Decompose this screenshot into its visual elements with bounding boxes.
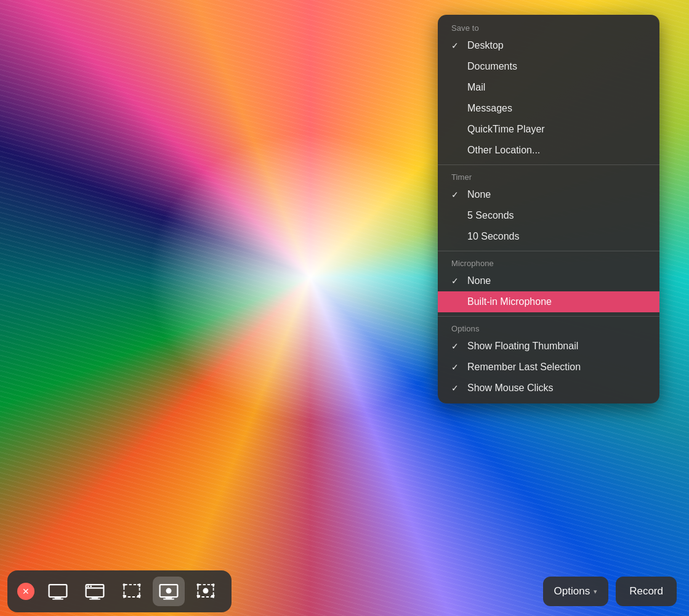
- other-label: Other Location...: [467, 145, 540, 156]
- save-to-desktop[interactable]: ✓ Desktop: [438, 35, 659, 56]
- save-to-mail[interactable]: Mail: [438, 77, 659, 98]
- floating-thumbnail-label: Show Floating Thumbnail: [467, 341, 578, 352]
- record-selection-icon: [195, 580, 217, 602]
- record-full-screen-icon: [158, 580, 180, 602]
- record-btn-label: Record: [629, 585, 663, 597]
- capture-full-screen-icon: [47, 580, 69, 602]
- option-show-mouse-clicks[interactable]: ✓ Show Mouse Clicks: [438, 378, 659, 399]
- options-section-label: Options: [438, 320, 659, 336]
- floating-thumbnail-check: ✓: [451, 341, 461, 351]
- mail-label: Mail: [467, 82, 485, 93]
- chevron-down-icon: ▾: [594, 588, 597, 596]
- record-full-screen-button[interactable]: [153, 577, 185, 606]
- mic-builtin-label: Built-in Microphone: [467, 296, 552, 307]
- microphone-section-label: Microphone: [438, 255, 659, 270]
- capture-window-button[interactable]: [79, 577, 111, 606]
- option-remember-selection[interactable]: ✓ Remember Last Selection: [438, 357, 659, 378]
- remember-selection-check: ✓: [451, 362, 461, 372]
- close-button[interactable]: ✕: [17, 583, 34, 600]
- save-to-messages[interactable]: Messages: [438, 98, 659, 119]
- desktop-check: ✓: [451, 41, 461, 51]
- mic-none-check: ✓: [451, 276, 461, 286]
- remember-selection-label: Remember Last Selection: [467, 362, 581, 373]
- timer-none[interactable]: ✓ None: [438, 184, 659, 205]
- options-button[interactable]: Options ▾: [543, 577, 609, 606]
- options-btn-label: Options: [554, 585, 590, 598]
- save-to-quicktime[interactable]: QuickTime Player: [438, 119, 659, 140]
- divider-3: [438, 316, 659, 317]
- svg-point-21: [166, 588, 172, 594]
- documents-label: Documents: [467, 61, 517, 72]
- quicktime-label: QuickTime Player: [467, 124, 545, 135]
- timer-5sec[interactable]: 5 Seconds: [438, 205, 659, 226]
- divider-2: [438, 251, 659, 251]
- timer-none-check: ✓: [451, 190, 461, 200]
- svg-point-5: [87, 586, 89, 588]
- capture-window-icon: [84, 580, 106, 602]
- svg-rect-20: [163, 599, 174, 600]
- svg-rect-1: [55, 597, 62, 599]
- svg-rect-19: [166, 597, 172, 599]
- svg-rect-2: [52, 599, 63, 600]
- mic-none[interactable]: ✓ None: [438, 270, 659, 291]
- svg-point-6: [90, 586, 92, 588]
- mic-builtin[interactable]: Built-in Microphone: [438, 291, 659, 312]
- timer-section-label: Timer: [438, 169, 659, 184]
- save-to-section-label: Save to: [438, 20, 659, 35]
- capture-selection-icon: [121, 580, 143, 602]
- bottom-right-actions: Options ▾ Record: [543, 567, 689, 616]
- record-button[interactable]: Record: [616, 577, 677, 606]
- svg-rect-0: [49, 585, 67, 597]
- record-selection-button[interactable]: [190, 577, 222, 606]
- svg-rect-9: [124, 585, 139, 597]
- desktop-label: Desktop: [467, 40, 504, 51]
- timer-5sec-label: 5 Seconds: [467, 210, 514, 221]
- show-mouse-clicks-check: ✓: [451, 383, 461, 393]
- capture-full-screen-button[interactable]: [42, 577, 74, 606]
- divider-1: [438, 164, 659, 165]
- svg-rect-8: [89, 599, 100, 600]
- show-mouse-clicks-label: Show Mouse Clicks: [467, 383, 554, 394]
- timer-none-label: None: [467, 189, 491, 200]
- save-to-documents[interactable]: Documents: [438, 56, 659, 77]
- option-floating-thumbnail[interactable]: ✓ Show Floating Thumbnail: [438, 336, 659, 357]
- svg-rect-7: [92, 597, 99, 599]
- svg-point-31: [203, 588, 209, 594]
- toolbar-inner: ✕: [7, 570, 232, 612]
- messages-label: Messages: [467, 103, 512, 114]
- timer-10sec-label: 10 Seconds: [467, 231, 520, 242]
- save-to-other[interactable]: Other Location...: [438, 140, 659, 161]
- mic-none-label: None: [467, 275, 491, 286]
- close-icon: ✕: [22, 586, 30, 596]
- options-dropdown: Save to ✓ Desktop Documents Mail Message…: [438, 15, 659, 403]
- capture-selection-button[interactable]: [116, 577, 148, 606]
- timer-10sec[interactable]: 10 Seconds: [438, 226, 659, 247]
